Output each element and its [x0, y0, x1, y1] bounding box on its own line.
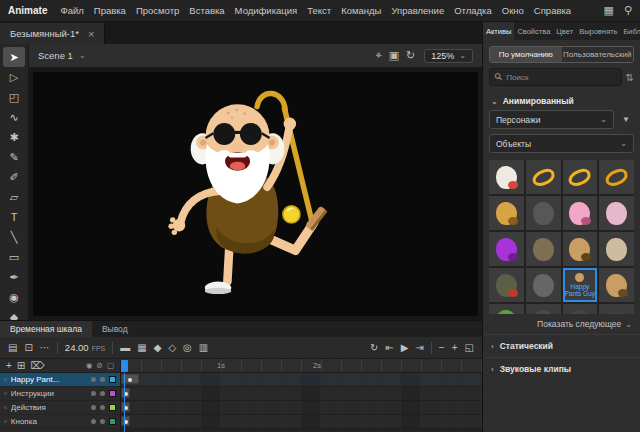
pasteboard[interactable] — [29, 68, 482, 320]
layer-lock-dot[interactable] — [100, 405, 105, 410]
timeline-zoom-in-icon[interactable]: + — [452, 343, 458, 353]
search-icon[interactable]: ⚲ — [624, 5, 632, 16]
keyframe[interactable] — [121, 416, 130, 426]
asset-scribble-1[interactable] — [526, 160, 561, 194]
menu-item-3[interactable]: Вставка — [184, 3, 229, 18]
step-back-icon[interactable]: ⇤ — [385, 343, 393, 353]
asset-purple-ninja[interactable] — [489, 232, 524, 266]
asset-rock[interactable] — [526, 232, 561, 266]
asset-green-creature[interactable] — [489, 304, 524, 314]
layer-visibility-dot[interactable] — [91, 391, 96, 396]
menu-item-8[interactable]: Отладка — [449, 3, 497, 18]
menu-item-10[interactable]: Справка — [529, 3, 576, 18]
clip-content-icon[interactable]: ▣ — [389, 50, 399, 61]
asset-samurai[interactable] — [563, 232, 598, 266]
layer-row[interactable]: ▫Happy Pant... — [0, 373, 120, 387]
menu-item-2[interactable]: Просмотр — [131, 3, 184, 18]
layer-row[interactable]: ▫Действия — [0, 401, 120, 415]
zoom-dropdown[interactable]: 125% ⌄ — [424, 49, 473, 63]
layer-row[interactable]: ▫Инструкции — [0, 387, 120, 401]
filter-dropdown-0[interactable]: Персонажи⌄ — [489, 110, 614, 129]
keyframe[interactable] — [121, 402, 130, 412]
lock-column-icon[interactable]: ⊘ — [97, 361, 103, 370]
close-icon[interactable]: × — [88, 28, 94, 40]
line-tool[interactable]: ╲ — [3, 227, 25, 247]
rotate-view-icon[interactable]: ↻ — [406, 50, 415, 61]
playhead[interactable] — [121, 360, 128, 372]
search-box[interactable]: ⚲ — [489, 68, 622, 86]
layer-visibility-dot[interactable] — [91, 377, 96, 382]
timeline-tab-0[interactable]: Временная шкала — [0, 321, 92, 337]
asset-gray-creature[interactable] — [526, 268, 561, 302]
asset-gray-blob[interactable] — [526, 196, 561, 230]
document-tab[interactable]: Безымянный-1* × — [0, 23, 105, 44]
asset-pink-small[interactable] — [599, 196, 634, 230]
layer-lock-dot[interactable] — [100, 377, 105, 382]
panel-tab-1[interactable]: Свойства — [514, 22, 553, 40]
timeline-tab-1[interactable]: Вывод — [92, 321, 138, 337]
layer-outline-color[interactable] — [109, 418, 116, 425]
frame-row[interactable] — [121, 415, 482, 429]
asset-scribble-3[interactable] — [599, 160, 634, 194]
layer-outline-color[interactable] — [109, 390, 116, 397]
add-folder-icon[interactable]: ⊞ — [17, 361, 25, 371]
asset-dog[interactable] — [489, 196, 524, 230]
frame-row[interactable] — [121, 401, 482, 415]
menu-item-7[interactable]: Управление — [386, 3, 449, 18]
keyframe[interactable] — [121, 388, 130, 398]
layer-visibility-dot[interactable] — [91, 419, 96, 424]
timeline-fit-icon[interactable]: ◱ — [465, 343, 474, 353]
workspace-icon[interactable]: ▦ — [604, 5, 614, 16]
adjust-panel-icon[interactable]: ▤ — [8, 343, 17, 353]
camera-icon[interactable]: ⊡ — [24, 343, 32, 353]
asset-dark-2[interactable] — [563, 304, 598, 314]
panel-tab-4[interactable]: Библиотека — [620, 22, 640, 40]
text-tool[interactable]: T — [3, 207, 25, 227]
insert-frame-icon[interactable]: ▦ — [137, 343, 146, 353]
layer-row[interactable]: ▫Кнопка — [0, 415, 120, 429]
asset-tan-creature[interactable] — [599, 268, 634, 302]
section-animated[interactable]: ⌄ Анимированный — [483, 92, 640, 110]
stage[interactable] — [33, 72, 478, 316]
asset-swords[interactable] — [599, 232, 634, 266]
onion-skin-icon[interactable]: ◎ — [183, 343, 192, 353]
filter-dropdown-1[interactable]: Объекты⌄ — [489, 134, 634, 153]
play-icon[interactable]: ▶ — [401, 343, 409, 353]
paint-bucket-tool[interactable]: ◉ — [3, 287, 25, 307]
search-input[interactable] — [506, 73, 615, 82]
menu-item-6[interactable]: Команды — [336, 3, 386, 18]
loop-icon[interactable]: ↻ — [370, 343, 378, 353]
eraser-tool[interactable]: ▱ — [3, 187, 25, 207]
fluid-brush-tool[interactable]: ✎ — [3, 147, 25, 167]
frame-ruler[interactable]: 1s2s — [121, 359, 482, 373]
layer-lock-dot[interactable] — [100, 419, 105, 424]
lasso-tool[interactable]: ∿ — [3, 107, 25, 127]
frame-rate-field[interactable]: 24.00 FPS — [65, 342, 105, 353]
menu-item-4[interactable]: Модификация — [230, 3, 303, 18]
edit-multiple-frames-icon[interactable]: ▥ — [199, 343, 208, 353]
frame-row[interactable] — [121, 387, 482, 401]
menu-item-9[interactable]: Окно — [497, 3, 529, 18]
asset-chicken[interactable] — [489, 160, 524, 194]
scene-breadcrumb[interactable]: Scene 1 ⌄ — [38, 50, 86, 61]
timeline-zoom-out-icon[interactable]: − — [439, 343, 445, 353]
menu-item-0[interactable]: Файл — [55, 3, 88, 18]
subselection-tool[interactable]: ▷ — [3, 67, 25, 87]
layer-outline-color[interactable] — [109, 404, 116, 411]
center-stage-icon[interactable]: ⌖ — [375, 50, 381, 61]
filter-icon[interactable]: ▼ — [618, 110, 634, 129]
show-next-link[interactable]: Показать следующее ⌄ — [483, 314, 640, 334]
menu-item-1[interactable]: Правка — [89, 3, 131, 18]
asset-horned-creature[interactable] — [489, 268, 524, 302]
free-transform-tool[interactable]: ◰ — [3, 87, 25, 107]
mode-tab-0[interactable]: По умолчанию — [490, 47, 562, 62]
insert-blank-keyframe-icon[interactable]: ◇ — [168, 343, 176, 353]
asset-scribble-2[interactable] — [563, 160, 598, 194]
panel-tab-0[interactable]: Активы — [483, 22, 514, 40]
panel-tab-2[interactable]: Цвет — [553, 22, 576, 40]
section-sound[interactable]: › Звуковые клипы — [483, 357, 640, 380]
outline-column-icon[interactable]: ▢ — [107, 361, 114, 370]
asset-dark-3[interactable] — [599, 304, 634, 314]
classic-brush-tool[interactable]: ✐ — [3, 167, 25, 187]
delete-layer-icon[interactable]: ⌦ — [30, 361, 44, 371]
